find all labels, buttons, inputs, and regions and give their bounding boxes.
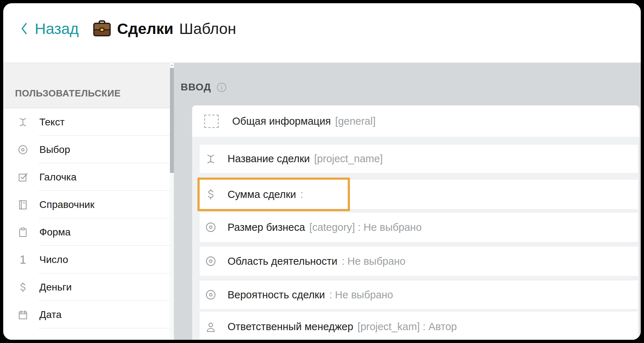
back-chevron-icon <box>20 22 29 35</box>
field-label: Название сделки <box>228 153 310 165</box>
sidebar-item-number[interactable]: 1 Число <box>3 246 170 273</box>
field-row-deal-amount[interactable]: Сумма сделки : <box>200 180 638 209</box>
radio-icon <box>205 255 217 267</box>
sidebar-item-text[interactable]: Текст <box>3 108 170 136</box>
radio-icon <box>17 144 29 156</box>
group-meta: [general] <box>335 115 376 127</box>
field-row-manager[interactable]: Ответственный менеджер [project_kam] : А… <box>200 312 638 340</box>
sidebar-item-label: Дата <box>39 309 62 320</box>
group-header-row[interactable]: Общая информация [general] <box>192 105 639 137</box>
input-section-title: ВВОД <box>181 81 211 93</box>
field-rows: Название сделки [project_name] Сумма сде… <box>200 145 638 340</box>
radio-icon <box>205 221 217 233</box>
sidebar-item-checkbox[interactable]: Галочка <box>3 163 170 191</box>
field-row-activity-area[interactable]: Область деятельности : Не выбрано <box>200 247 638 276</box>
sidebar-item-label: Текст <box>39 116 65 128</box>
sidebar-item-label: Справочник <box>39 199 94 210</box>
sidebar-item-reference[interactable]: Справочник <box>3 191 170 218</box>
sidebar-item-label: Галочка <box>39 172 77 183</box>
field-types-sidebar: ПОЛЬЗОВАТЕЛЬСКИЕ Текст Выбор <box>3 63 170 340</box>
field-label: Сумма сделки <box>228 189 296 200</box>
field-row-category[interactable]: Размер бизнеса [category] : Не выбрано <box>200 213 638 242</box>
back-button[interactable]: Назад <box>20 20 79 38</box>
checkbox-icon <box>17 171 29 183</box>
money-icon <box>205 188 217 200</box>
field-meta: : Не выбрано <box>329 289 393 301</box>
field-label: Размер бизнеса <box>228 222 305 233</box>
text-cursor-icon <box>205 153 217 165</box>
reference-book-icon <box>17 199 29 211</box>
calendar-icon <box>17 309 29 321</box>
text-cursor-icon <box>17 116 29 128</box>
page-header: Назад Сделки Шаблон <box>20 17 236 40</box>
sidebar-section-header: ПОЛЬЗОВАТЕЛЬСКИЕ <box>3 63 170 108</box>
sidebar-item-choice[interactable]: Выбор <box>3 136 170 163</box>
form-canvas: ВВОД Общая информация [general] <box>174 63 641 340</box>
money-icon <box>17 281 29 293</box>
page-subtitle: Шаблон <box>179 20 236 38</box>
field-meta: : Не выбрано <box>342 255 406 267</box>
field-label: Ответственный менеджер <box>228 321 353 333</box>
field-label: Область деятельности <box>228 255 337 267</box>
group-label: Общая информация <box>232 115 331 127</box>
scrollbar-thumb[interactable] <box>170 68 174 173</box>
clipboard-icon <box>17 226 29 238</box>
dashed-section-icon <box>204 115 219 128</box>
field-meta: [project_kam] : Автор <box>357 321 457 333</box>
field-meta: [project_name] <box>314 153 383 165</box>
scroll-up-button[interactable] <box>170 63 174 68</box>
field-row-project-name[interactable]: Название сделки [project_name] <box>200 145 638 173</box>
field-meta: : <box>301 189 303 200</box>
sidebar-scrollbar[interactable] <box>170 63 174 340</box>
info-icon[interactable] <box>216 82 227 93</box>
sidebar-item-label: Деньги <box>39 282 72 293</box>
chevron-up-icon <box>170 64 174 67</box>
input-section-header: ВВОД <box>181 81 227 93</box>
app-window: Назад Сделки Шаблон ПОЛЬЗОВАТЕЛЬСКИЕ <box>3 3 641 340</box>
sidebar-item-label: Число <box>39 254 68 265</box>
radio-icon <box>205 289 217 301</box>
general-group-card: Общая информация [general] Название сдел… <box>192 105 639 340</box>
briefcase-icon <box>92 20 112 37</box>
sidebar-item-money[interactable]: Деньги <box>3 273 170 301</box>
sidebar-item-label: Выбор <box>39 144 70 155</box>
person-icon <box>205 321 217 333</box>
sidebar-section-title: ПОЛЬЗОВАТЕЛЬСКИЕ <box>15 88 121 99</box>
back-label: Назад <box>35 20 79 38</box>
sidebar-item-label: Форма <box>39 227 70 238</box>
number-icon: 1 <box>17 254 29 266</box>
page-title: Сделки <box>117 20 174 38</box>
sidebar-item-date[interactable]: Дата <box>3 301 170 328</box>
sidebar-item-form[interactable]: Форма <box>3 218 170 246</box>
field-meta: [category] : Не выбрано <box>309 222 422 233</box>
field-row-probability[interactable]: Вероятность сделки : Не выбрано <box>200 280 638 309</box>
field-label: Вероятность сделки <box>228 289 325 301</box>
